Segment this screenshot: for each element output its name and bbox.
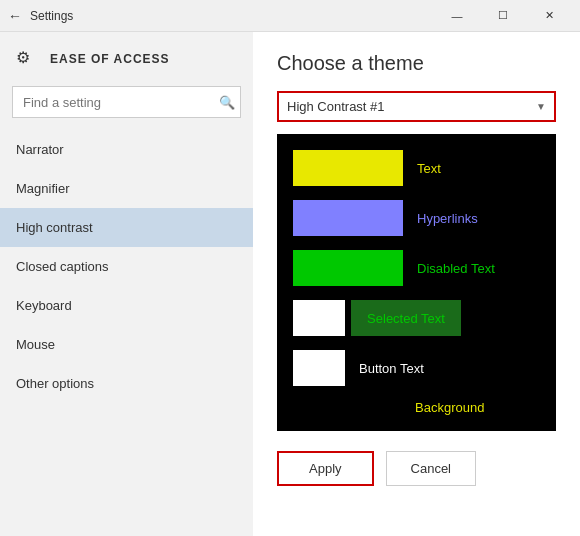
action-buttons: Apply Cancel: [277, 451, 556, 486]
text-label: Text: [417, 161, 441, 176]
selected-text-swatch[interactable]: Selected Text: [351, 300, 461, 336]
preview-row-disabled-text: Disabled Text: [293, 250, 540, 286]
window-title: Settings: [30, 9, 73, 23]
search-container: 🔍: [12, 86, 241, 118]
close-button[interactable]: ✕: [526, 0, 572, 32]
chevron-down-icon: ▼: [536, 101, 546, 112]
background-label: Background: [415, 400, 484, 415]
title-bar-left: ← Settings: [8, 8, 73, 24]
window-controls: — ☐ ✕: [434, 0, 572, 32]
sidebar-item-closed-captions[interactable]: Closed captions: [0, 247, 253, 286]
apply-button[interactable]: Apply: [277, 451, 374, 486]
app-title: EASE OF ACCESS: [50, 52, 170, 66]
title-bar: ← Settings — ☐ ✕: [0, 0, 580, 32]
sidebar-item-narrator[interactable]: Narrator: [0, 130, 253, 169]
theme-selector-dropdown[interactable]: High Contrast #1 ▼: [277, 91, 556, 122]
app-layout: ⚙ EASE OF ACCESS 🔍 Narrator Magnifier Hi…: [0, 32, 580, 536]
sidebar-item-high-contrast[interactable]: High contrast: [0, 208, 253, 247]
minimize-button[interactable]: —: [434, 0, 480, 32]
sidebar: ⚙ EASE OF ACCESS 🔍 Narrator Magnifier Hi…: [0, 32, 253, 536]
hyperlinks-label: Hyperlinks: [417, 211, 478, 226]
button-text-label: Button Text: [359, 361, 424, 376]
preview-row-selected-text: Selected Text: [293, 300, 540, 336]
sidebar-nav: Narrator Magnifier High contrast Closed …: [0, 130, 253, 403]
search-input[interactable]: [12, 86, 241, 118]
sidebar-header: ⚙ EASE OF ACCESS: [0, 32, 253, 86]
preview-row-hyperlinks: Hyperlinks: [293, 200, 540, 236]
disabled-text-label: Disabled Text: [417, 261, 495, 276]
sidebar-item-magnifier[interactable]: Magnifier: [0, 169, 253, 208]
button-text-bg-swatch[interactable]: [293, 350, 345, 386]
search-icon: 🔍: [219, 95, 235, 110]
selected-text-bg-swatch[interactable]: [293, 300, 345, 336]
main-content: Choose a theme High Contrast #1 ▼ Text H…: [253, 32, 580, 536]
cancel-button[interactable]: Cancel: [386, 451, 476, 486]
theme-preview-box: Text Hyperlinks Disabled Text Selected T…: [277, 134, 556, 431]
preview-row-button-text: Button Text: [293, 350, 540, 386]
sidebar-item-other-options[interactable]: Other options: [0, 364, 253, 403]
maximize-button[interactable]: ☐: [480, 0, 526, 32]
preview-row-background: Background: [293, 400, 540, 415]
preview-row-text: Text: [293, 150, 540, 186]
gear-icon: ⚙: [16, 48, 38, 70]
page-title: Choose a theme: [277, 52, 556, 75]
text-color-swatch[interactable]: [293, 150, 403, 186]
back-arrow-icon[interactable]: ←: [8, 8, 22, 24]
selected-text-label: Selected Text: [367, 311, 445, 326]
sidebar-item-keyboard[interactable]: Keyboard: [0, 286, 253, 325]
sidebar-item-mouse[interactable]: Mouse: [0, 325, 253, 364]
hyperlinks-color-swatch[interactable]: [293, 200, 403, 236]
disabled-text-color-swatch[interactable]: [293, 250, 403, 286]
theme-selector-value: High Contrast #1: [287, 99, 385, 114]
